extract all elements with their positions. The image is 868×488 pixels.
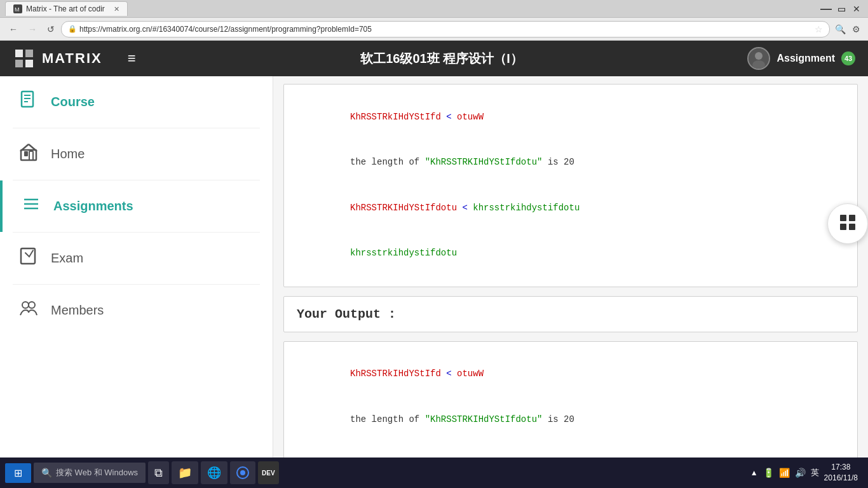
clock[interactable]: 17:38 2016/11/8 xyxy=(824,462,858,484)
search-icon-taskbar: 🔍 xyxy=(41,468,52,478)
code-text: < xyxy=(446,112,457,122)
your-output-title: Your Output : xyxy=(297,307,844,322)
date-display: 2016/11/8 xyxy=(824,473,858,484)
tray-battery-icon: 🔋 xyxy=(763,468,774,478)
svg-point-22 xyxy=(22,302,29,308)
code-text: is 20 xyxy=(542,157,574,167)
exam-label: Exam xyxy=(51,251,83,266)
code-text: is 20 xyxy=(542,414,574,424)
menu-button[interactable]: ≡ xyxy=(128,50,136,67)
floating-icon xyxy=(837,212,858,235)
course-label: Course xyxy=(51,95,95,109)
tab-title: Matrix - The art of codir xyxy=(26,4,105,13)
file-explorer-button[interactable]: 📁 xyxy=(172,461,198,484)
sidebar-item-exam[interactable]: Exam xyxy=(0,233,273,284)
your-output-section: Your Output : xyxy=(283,296,858,332)
code-text: the length of xyxy=(350,414,425,424)
minimize-button[interactable]: — xyxy=(820,3,832,15)
edge-button[interactable]: 🌐 xyxy=(201,461,227,484)
code-line-a3: KhRSSTRKIHdYStIfdotu < khrsstrkihdystifd… xyxy=(297,442,844,458)
svg-rect-5 xyxy=(25,60,33,67)
search-box[interactable]: 🔍 搜索 Web 和 Windows xyxy=(34,463,146,483)
svg-text:M: M xyxy=(15,6,20,13)
members-icon xyxy=(19,299,38,322)
forward-button[interactable]: → xyxy=(24,22,41,37)
chrome-button[interactable] xyxy=(230,461,255,484)
code-text: < xyxy=(462,203,473,213)
logo-icon xyxy=(13,47,36,70)
code-text: otuwW xyxy=(457,112,484,122)
dev-button[interactable]: DEV xyxy=(258,461,279,484)
assignment-label: Assignment xyxy=(776,53,835,64)
svg-rect-2 xyxy=(15,50,23,57)
code-text: "KhRSSTRKIHdYStIfdotu" xyxy=(425,414,543,424)
back-button[interactable]: ← xyxy=(5,22,22,37)
code-line-4: khrsstrkihdystifdotu xyxy=(297,231,844,276)
tab-close-icon[interactable]: ✕ xyxy=(114,5,119,13)
code-line-a1: KhRSSTRkIHdYStIfd < otuwW xyxy=(297,352,844,397)
code-line-2: the length of "KhRSSTRKIHdYStIfdotu" is … xyxy=(297,140,844,185)
url-text: https://vmatrix.org.cn/#/16340074/course… xyxy=(79,25,812,34)
sidebar-item-course[interactable]: Course xyxy=(0,76,273,128)
svg-rect-27 xyxy=(849,224,855,230)
logo-text: MATRIX xyxy=(42,50,102,67)
sidebar-item-members[interactable]: Members xyxy=(0,285,273,336)
tray-ime-icon: 英 xyxy=(811,467,819,478)
settings-icon[interactable]: ⚙ xyxy=(850,22,863,37)
tray-area: ▲ 🔋 📶 🔊 英 17:38 2016/11/8 xyxy=(750,462,863,484)
code-text: KhRSSTRkIHdYStIfd xyxy=(350,369,446,379)
code-line-3: KhRSSTRKIHdYStIfdotu < khrsstrkihdystifd… xyxy=(297,186,844,231)
address-bar[interactable]: 🔒 https://vmatrix.org.cn/#/16340074/cour… xyxy=(61,21,830,37)
code-text: the length of xyxy=(350,157,425,167)
start-button[interactable]: ⊞ xyxy=(5,463,31,483)
windows-icon: ⊞ xyxy=(14,467,22,479)
tab-favicon: M xyxy=(13,4,22,13)
code-text: KhRSSTRKIHdYStIfdotu xyxy=(350,203,462,213)
content-area[interactable]: KhRSSTRkIHdYStIfd < otuwW the length of … xyxy=(273,76,868,458)
title-bar: M Matrix - The art of codir ✕ — ▭ ✕ xyxy=(0,0,868,18)
window-controls: — ▭ ✕ xyxy=(820,3,863,15)
sidebar-item-home[interactable]: Home xyxy=(0,128,273,180)
code-text: otuwW xyxy=(457,369,484,379)
exam-icon xyxy=(19,247,38,270)
close-button[interactable]: ✕ xyxy=(850,3,863,15)
browser-tab[interactable]: M Matrix - The art of codir ✕ xyxy=(5,1,128,16)
tray-expand-icon[interactable]: ▲ xyxy=(750,468,758,477)
home-label: Home xyxy=(51,147,85,161)
user-avatar[interactable] xyxy=(747,47,770,70)
svg-rect-24 xyxy=(840,215,846,221)
code-text: khrsstrkihdystifdotu xyxy=(473,203,580,213)
main-layout: Course Home Assignments Exam xyxy=(0,76,868,458)
browser-actions: 🔍 ⚙ xyxy=(832,22,863,37)
time-display: 17:38 xyxy=(824,462,858,473)
task-view-button[interactable]: ⧉ xyxy=(148,461,169,484)
svg-rect-15 xyxy=(29,151,33,160)
expected-output-section: KhRSSTRkIHdYStIfd < otuwW the length of … xyxy=(283,84,858,287)
nav-bar: ← → ↺ 🔒 https://vmatrix.org.cn/#/1634007… xyxy=(0,18,868,41)
code-line-a2: the length of "KhRSSTRKIHdYStIfdotu" is … xyxy=(297,397,844,442)
refresh-button[interactable]: ↺ xyxy=(43,22,58,37)
search-icon[interactable]: 🔍 xyxy=(832,22,848,37)
assignments-icon xyxy=(22,194,41,218)
sidebar-item-assignments[interactable]: Assignments xyxy=(0,180,273,232)
svg-rect-26 xyxy=(840,224,846,230)
lock-icon: 🔒 xyxy=(68,25,77,33)
assignments-label: Assignments xyxy=(53,199,133,214)
members-label: Members xyxy=(51,303,104,318)
course-icon xyxy=(19,90,38,114)
bookmark-icon[interactable]: ☆ xyxy=(815,24,823,34)
notification-badge: 43 xyxy=(841,51,855,65)
svg-rect-4 xyxy=(15,60,23,67)
code-block-2: KhRSSTRkIHdYStIfd < otuwW the length of … xyxy=(297,352,844,458)
tray-volume-icon: 🔊 xyxy=(795,468,806,478)
svg-point-29 xyxy=(240,470,245,475)
tab-area: M Matrix - The art of codir ✕ xyxy=(5,1,128,16)
header-right: Assignment 43 xyxy=(747,47,855,70)
svg-point-7 xyxy=(755,52,763,60)
svg-rect-25 xyxy=(849,215,855,221)
course-title: 软工16级01班 程序设计（I） xyxy=(149,50,735,67)
svg-rect-3 xyxy=(25,50,33,57)
code-block-1: KhRSSTRkIHdYStIfd < otuwW the length of … xyxy=(297,95,844,276)
floating-action-button[interactable] xyxy=(827,203,868,244)
maximize-button[interactable]: ▭ xyxy=(835,3,848,15)
